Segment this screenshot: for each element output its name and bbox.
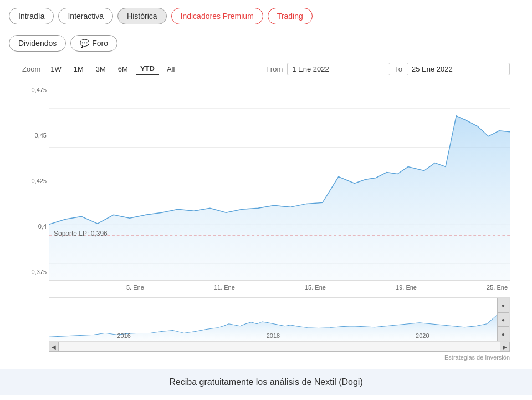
zoom-ytd[interactable]: YTD (136, 63, 159, 75)
second-navigation: Dividendos 💬 Foro (0, 29, 532, 57)
mini-nav-down[interactable]: ● (497, 312, 509, 327)
from-label: From (266, 65, 283, 73)
nav-interactiva[interactable]: Interactiva (58, 8, 113, 24)
bottom-banner: Reciba gratuitamente los análisis de Nex… (0, 369, 532, 395)
nav-foro[interactable]: 💬 Foro (70, 35, 117, 52)
nav-historica[interactable]: Histórica (117, 8, 166, 24)
x-label-3: 19. Ene (396, 284, 417, 291)
mini-nav-handle[interactable]: ● (497, 327, 509, 341)
x-axis: 5. Ene 11. Ene 15. Ene 19. Ene 25. Ene (49, 281, 510, 291)
mini-chart-svg (49, 298, 509, 341)
chat-icon: 💬 (80, 39, 89, 48)
y-axis: 0,475 0,45 0,425 0,4 0,375 (22, 81, 49, 281)
y-label-04: 0,4 (24, 223, 47, 230)
zoom-3m[interactable]: 3M (91, 64, 110, 74)
y-label-0375: 0,375 (24, 269, 47, 275)
y-label-045: 0,45 (24, 132, 47, 139)
y-label-0425: 0,425 (24, 178, 47, 184)
date-range: From To (266, 63, 510, 75)
watermark: Estrategias de Inversión (0, 352, 532, 365)
to-input[interactable] (407, 63, 510, 75)
nav-trading[interactable]: Trading (268, 8, 313, 24)
chart-area: Soporte LP: 0,396 5. Ene 11. Ene 15. Ene… (49, 81, 510, 291)
nav-indicadores-premium[interactable]: Indicadores Premium (171, 8, 263, 24)
scroll-right-arrow[interactable]: ▶ (500, 342, 510, 352)
mini-nav-buttons: ● ● ● (497, 298, 509, 341)
y-label-0475: 0,475 (24, 87, 47, 93)
mini-nav-up[interactable]: ● (497, 298, 509, 312)
x-label-0: 5. Ene (126, 284, 144, 291)
chart-svg (49, 81, 510, 280)
zoom-all[interactable]: All (162, 64, 179, 74)
chart-container: Soporte LP: 0,396 (49, 81, 510, 281)
zoom-label: Zoom (22, 65, 40, 73)
zoom-bar: Zoom 1W 1M 3M 6M YTD All From To (0, 57, 532, 81)
zoom-1w[interactable]: 1W (46, 64, 66, 74)
support-label: Soporte LP: 0,396 (54, 230, 108, 237)
mini-chart: 2016 2018 2020 ● ● ● (49, 297, 510, 342)
zoom-1m[interactable]: 1M (69, 64, 88, 74)
x-label-2: 15. Ene (305, 284, 326, 291)
nav-intradia[interactable]: Intradía (9, 8, 54, 24)
chart-wrapper: 0,475 0,45 0,425 0,4 0,375 (22, 81, 510, 291)
from-input[interactable] (287, 63, 390, 75)
x-label-1: 11. Ene (214, 284, 235, 291)
scrollbar: ◀ ▶ (49, 342, 510, 352)
scroll-track[interactable] (59, 342, 500, 352)
top-navigation: Intradía Interactiva Histórica Indicador… (0, 0, 532, 29)
to-label: To (395, 65, 402, 73)
x-label-4: 25. Ene (487, 284, 508, 291)
nav-dividendos[interactable]: Dividendos (9, 35, 66, 52)
zoom-6m[interactable]: 6M (114, 64, 132, 74)
scroll-left-arrow[interactable]: ◀ (49, 342, 59, 352)
